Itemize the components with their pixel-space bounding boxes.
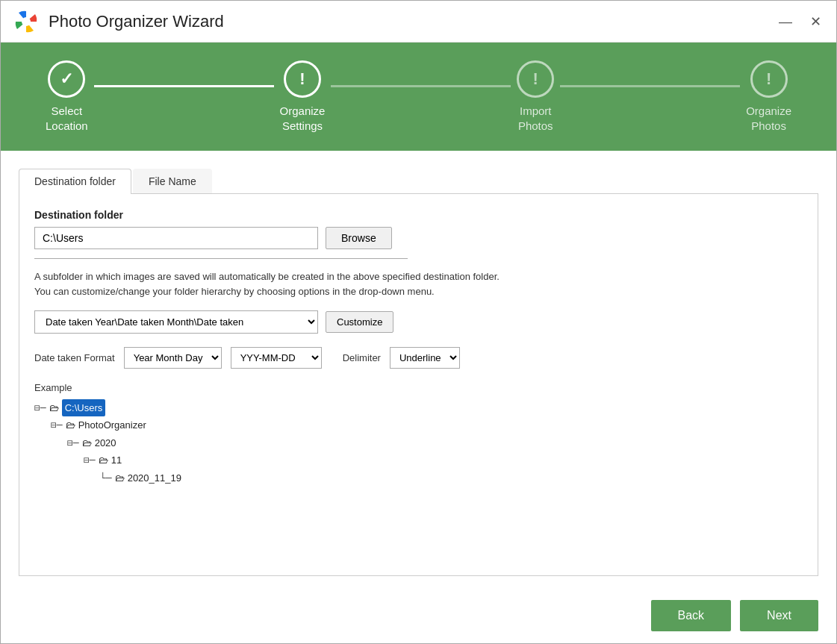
step-label-3: ImportPhotos — [518, 104, 553, 133]
tree-row-5: └─ 🗁 2020_11_19 — [100, 469, 803, 487]
date-format-label: Date taken Format — [34, 352, 115, 363]
tree-connector-5: └─ — [100, 469, 112, 487]
tree-label-5: 2020_11_19 — [128, 469, 181, 487]
tab-file-name[interactable]: File Name — [133, 169, 212, 193]
step-circle-3: ! — [517, 60, 554, 98]
tabs-bar: Destination folder File Name — [19, 169, 818, 194]
step-circle-2: ! — [284, 60, 321, 98]
back-button[interactable]: Back — [651, 600, 732, 631]
step-label-4: OrganizePhotos — [746, 104, 791, 133]
step-label-2: OrganizeSettings — [280, 104, 326, 133]
wizard-steps: ✓ SelectLocation ! OrganizeSettings ! Im… — [1, 43, 836, 151]
folder-path-input[interactable] — [34, 227, 318, 249]
folder-row: Browse — [34, 227, 803, 249]
customize-button[interactable]: Customize — [326, 311, 393, 333]
step-circle-4: ! — [750, 60, 788, 98]
step-circle-1: ✓ — [48, 60, 85, 98]
title-bar-controls: — ✕ — [776, 15, 824, 28]
close-button[interactable]: ✕ — [807, 15, 824, 28]
delimiter-label: Delimiter — [343, 352, 381, 363]
step-organize-photos: ! OrganizePhotos — [746, 60, 791, 133]
tab-destination-folder[interactable]: Destination folder — [19, 169, 131, 194]
tree-connector-4: ⊟─ — [84, 451, 96, 469]
hierarchy-row: Date taken Year\Date taken Month\Date ta… — [34, 310, 803, 334]
folder-icon-5: 🗁 — [115, 469, 125, 487]
step-line-2 — [331, 85, 511, 87]
date-order-select[interactable]: Year Month Day Month Day Year Day Month … — [124, 347, 222, 369]
section-divider — [34, 258, 408, 259]
folder-tree: ⊟─ 🗁 C:\Users ⊟─ 🗁 PhotoOrganizer ⊟─ 🗁 — [34, 399, 803, 487]
folder-icon-1: 🗁 — [49, 399, 59, 416]
tree-label-4: 11 — [111, 451, 122, 469]
tree-label-3: 2020 — [95, 434, 116, 451]
step-import-photos: ! ImportPhotos — [517, 60, 554, 133]
tree-row-2: ⊟─ 🗁 PhotoOrganizer — [51, 416, 803, 434]
date-format-select[interactable]: YYY-MM-DD YYYY/MM/DD DD-MM-YYYY — [231, 347, 322, 369]
step-label-1: SelectLocation — [46, 104, 88, 133]
next-button[interactable]: Next — [740, 600, 818, 631]
steps-container: ✓ SelectLocation ! OrganizeSettings ! Im… — [46, 60, 791, 133]
tree-row-3: ⊟─ 🗁 2020 — [67, 434, 803, 451]
step-line-3 — [560, 85, 740, 87]
example-label: Example — [34, 382, 803, 393]
step-line-1 — [94, 85, 274, 87]
tree-label-2: PhotoOrganizer — [78, 416, 146, 434]
folder-icon-2: 🗁 — [66, 416, 75, 434]
tree-row-4: ⊟─ 🗁 11 — [84, 451, 803, 469]
info-text: A subfolder in which images are saved wi… — [34, 269, 803, 298]
destination-section-label: Destination folder — [34, 209, 803, 221]
browse-button[interactable]: Browse — [326, 227, 392, 249]
tree-label-1: C:\Users — [62, 399, 106, 416]
hierarchy-select[interactable]: Date taken Year\Date taken Month\Date ta… — [34, 310, 318, 334]
footer: Back Next — [1, 588, 836, 643]
example-section: Example ⊟─ 🗁 C:\Users ⊟─ 🗁 PhotoOrganize… — [34, 382, 803, 487]
app-logo — [13, 8, 40, 35]
delimiter-select[interactable]: Underline Hyphen None — [390, 347, 460, 369]
content-area: Destination folder File Name Destination… — [1, 151, 836, 588]
title-bar: Photo Organizer Wizard — ✕ — [1, 1, 836, 43]
tree-connector-3: ⊟─ — [67, 434, 79, 451]
tab-content-destination: Destination folder Browse A subfolder in… — [19, 194, 818, 576]
folder-icon-3: 🗁 — [82, 434, 92, 451]
step-select-location: ✓ SelectLocation — [46, 60, 88, 133]
window-title: Photo Organizer Wizard — [49, 12, 776, 31]
format-row: Date taken Format Year Month Day Month D… — [34, 347, 803, 369]
tree-connector-1: ⊟─ — [34, 399, 46, 416]
tree-connector-2: ⊟─ — [51, 416, 63, 434]
main-window: Photo Organizer Wizard — ✕ ✓ SelectLocat… — [0, 0, 837, 644]
tree-row-1: ⊟─ 🗁 C:\Users — [34, 399, 803, 416]
svg-point-1 — [22, 17, 31, 26]
step-organize-settings: ! OrganizeSettings — [280, 60, 326, 133]
minimize-button[interactable]: — — [776, 15, 795, 28]
folder-icon-4: 🗁 — [99, 451, 108, 469]
